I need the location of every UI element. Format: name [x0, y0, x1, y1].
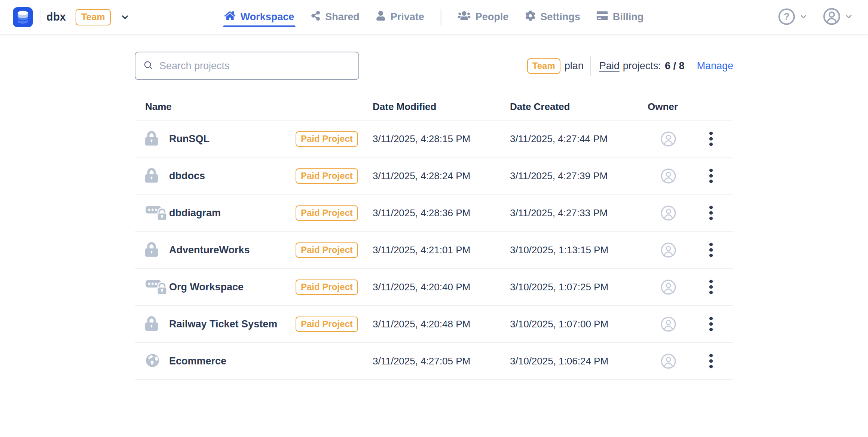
tab-shared[interactable]: Shared	[311, 0, 360, 34]
table-row[interactable]: Org Workspace Paid Project 3/11/2025, 4:…	[135, 269, 733, 306]
project-name: dbdocs	[169, 170, 296, 182]
paid-project-badge: Paid Project	[296, 131, 358, 147]
owner-avatar	[660, 168, 676, 184]
tab-people[interactable]: People	[458, 0, 509, 34]
date-modified: 3/11/2025, 4:28:15 PM	[373, 133, 510, 145]
date-modified: 3/11/2025, 4:28:36 PM	[373, 207, 510, 219]
owner-avatar	[660, 316, 676, 332]
tab-billing[interactable]: Billing	[597, 0, 644, 34]
owner-avatar	[660, 242, 676, 258]
tab-label: Billing	[613, 11, 644, 23]
row-menu-button[interactable]	[705, 128, 717, 150]
lock-icon	[145, 316, 158, 332]
home-icon	[224, 10, 236, 24]
table-row[interactable]: dbdocs Paid Project 3/11/2025, 4:28:24 P…	[135, 158, 733, 195]
people-icon	[458, 10, 471, 24]
search-icon	[143, 60, 154, 72]
paid-project-badge: Paid Project	[296, 205, 358, 221]
tab-workspace[interactable]: Workspace	[224, 0, 294, 34]
person-icon	[376, 11, 386, 23]
workspace-plan-badge: Team	[76, 9, 110, 25]
nav-divider	[441, 9, 441, 25]
row-menu-button[interactable]	[705, 276, 717, 298]
date-created: 3/10/2025, 1:07:25 PM	[510, 281, 648, 293]
tab-private[interactable]: Private	[376, 0, 424, 34]
table-row[interactable]: Railway Ticket System Paid Project 3/11/…	[135, 306, 733, 343]
tab-label: Shared	[325, 11, 360, 23]
owner-avatar	[660, 131, 676, 147]
workspace-name: dbx	[46, 11, 66, 23]
project-table-body: RunSQL Paid Project 3/11/2025, 4:28:15 P…	[135, 120, 733, 380]
password-lock-icon	[145, 278, 168, 296]
owner-avatar	[660, 353, 676, 369]
plan-info: Team plan Paid projects: 6 / 8 Manage	[527, 56, 733, 76]
tab-settings[interactable]: Settings	[525, 0, 580, 34]
date-created: 3/10/2025, 1:06:24 PM	[510, 355, 648, 367]
date-created: 3/11/2025, 4:27:33 PM	[510, 207, 648, 219]
row-menu-button[interactable]	[705, 350, 717, 372]
column-header-date-created: Date Created	[510, 101, 648, 113]
projects-label: projects:	[623, 60, 661, 72]
brand-divider	[40, 9, 40, 25]
table-row[interactable]: RunSQL Paid Project 3/11/2025, 4:28:15 P…	[135, 120, 733, 158]
date-created: 3/10/2025, 1:07:00 PM	[510, 318, 648, 330]
workspace-switcher[interactable]: dbx Team	[46, 9, 129, 25]
top-bar-right: ?	[778, 7, 852, 27]
row-menu-button[interactable]	[705, 239, 717, 261]
workspace-content: Team plan Paid projects: 6 / 8 Manage Na…	[135, 52, 733, 380]
manage-button[interactable]: Manage	[697, 60, 733, 72]
user-avatar-icon	[823, 7, 841, 27]
chevron-down-icon	[845, 13, 852, 21]
paid-project-badge: Paid Project	[296, 279, 358, 295]
row-menu-button[interactable]	[705, 313, 717, 335]
tab-label: People	[476, 11, 509, 23]
chevron-down-icon	[121, 13, 129, 21]
gear-icon	[525, 10, 535, 24]
column-header-owner: Owner	[648, 101, 689, 113]
credit-card-icon	[597, 10, 608, 24]
project-name: Org Workspace	[169, 281, 296, 293]
date-created: 3/11/2025, 4:27:44 PM	[510, 133, 648, 145]
row-menu-button[interactable]	[705, 165, 717, 187]
projects-count: 6 / 8	[665, 60, 685, 72]
table-row[interactable]: AdventureWorks Paid Project 3/11/2025, 4…	[135, 232, 733, 269]
top-bar: dbx Team Workspace Shared Private People…	[0, 0, 868, 34]
owner-avatar	[660, 205, 676, 221]
row-menu-button[interactable]	[705, 202, 717, 224]
lock-icon	[145, 242, 158, 258]
project-name: Ecommerce	[169, 355, 296, 367]
account-menu[interactable]	[823, 7, 852, 27]
password-lock-icon	[145, 204, 168, 222]
table-row[interactable]: dbdiagram Paid Project 3/11/2025, 4:28:3…	[135, 195, 733, 232]
globe-icon	[145, 353, 160, 369]
share-icon	[311, 11, 320, 23]
owner-avatar	[660, 279, 676, 295]
table-row[interactable]: Ecommerce 3/11/2025, 4:27:05 PM 3/10/202…	[135, 343, 733, 380]
table-header: Name Date Modified Date Created Owner	[135, 80, 733, 120]
project-name: RunSQL	[169, 133, 296, 145]
date-modified: 3/11/2025, 4:21:01 PM	[373, 244, 510, 256]
help-icon: ?	[778, 8, 795, 27]
search-input[interactable]	[159, 60, 351, 72]
lock-icon	[145, 131, 158, 147]
paid-project-badge: Paid Project	[296, 317, 358, 332]
date-modified: 3/11/2025, 4:20:48 PM	[373, 318, 510, 330]
date-created: 3/10/2025, 1:13:15 PM	[510, 244, 648, 256]
project-name: dbdiagram	[169, 207, 296, 219]
date-modified: 3/11/2025, 4:27:05 PM	[373, 355, 510, 367]
column-header-name: Name	[145, 101, 373, 113]
tab-label: Settings	[540, 11, 580, 23]
date-modified: 3/11/2025, 4:28:24 PM	[373, 170, 510, 182]
projects-toolbar: Team plan Paid projects: 6 / 8 Manage	[135, 52, 733, 80]
dbdiagram-logo[interactable]	[13, 7, 33, 27]
main-nav: Workspace Shared Private People Settings…	[224, 0, 644, 34]
tab-label: Workspace	[241, 11, 294, 23]
search-box[interactable]	[135, 52, 359, 80]
paid-projects-link[interactable]: Paid	[599, 60, 620, 72]
paid-project-badge: Paid Project	[296, 242, 358, 258]
project-name: AdventureWorks	[169, 244, 296, 256]
svg-text:?: ?	[783, 11, 789, 22]
help-menu[interactable]: ?	[778, 8, 807, 27]
chevron-down-icon	[800, 13, 807, 21]
project-name: Railway Ticket System	[169, 318, 296, 330]
